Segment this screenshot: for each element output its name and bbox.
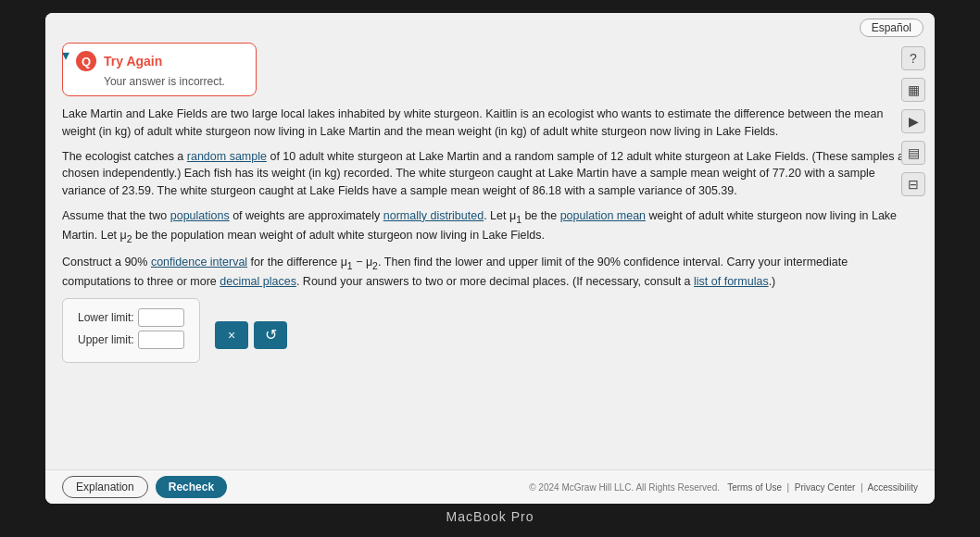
action-buttons: × ↺ [215,321,287,349]
recheck-button[interactable]: Recheck [156,476,227,498]
terms-link[interactable]: Terms of Use [727,482,782,493]
privacy-link[interactable]: Privacy Center [795,482,856,493]
try-again-title: Try Again [104,54,162,69]
lower-limit-label: Lower limit: [78,311,134,324]
paragraph-3: Assume that the two populations of weigh… [62,207,918,246]
try-again-banner: Q Try Again Your answer is incorrect. [62,43,257,96]
input-section: Lower limit: Upper limit: [62,298,200,363]
dropdown-arrow[interactable]: ▾ [62,46,69,64]
accessibility-link[interactable]: Accessibility [868,482,918,493]
content-area: Q Try Again Your answer is incorrect. La… [45,43,935,469]
bottom-left: Explanation Recheck [62,476,227,498]
grid-icon[interactable]: ▦ [901,78,925,102]
upper-limit-input[interactable] [138,331,184,349]
clear-button[interactable]: × [215,321,248,349]
explanation-button[interactable]: Explanation [62,476,148,498]
play-icon[interactable]: ▶ [901,109,925,133]
footer-text: © 2024 McGraw Hill LLC. All Rights Reser… [529,482,918,493]
side-icons-panel: ? ▦ ▶ ▤ ⊟ [901,46,925,196]
lower-limit-input[interactable] [138,308,184,327]
lower-limit-row: Lower limit: [78,308,184,327]
upper-limit-row: Upper limit: [78,331,184,349]
espanol-button[interactable]: Español [860,19,923,37]
bottom-bar: Explanation Recheck © 2024 McGraw Hill L… [45,469,935,504]
top-bar: Español [45,13,935,43]
main-screen: Español ▾ ? ▦ ▶ ▤ ⊟ Q Try Again Your ans… [45,13,935,504]
limits-container: Lower limit: Upper limit: [78,308,184,353]
question-mark-icon[interactable]: ? [901,46,925,70]
paragraph-4: Construct a 90% confidence interval for … [62,254,918,291]
macbook-label: MacBook Pro [446,509,534,524]
grid2-icon[interactable]: ▤ [901,141,925,165]
try-again-header: Q Try Again [76,51,243,71]
redo-button[interactable]: ↺ [254,321,287,349]
try-again-icon: Q [76,51,96,71]
save-icon[interactable]: ⊟ [901,172,925,196]
paragraph-1: Lake Martin and Lake Fields are two larg… [62,106,918,141]
try-again-subtitle: Your answer is incorrect. [104,75,243,88]
paragraph-2: The ecologist catches a random sample of… [62,148,918,200]
upper-limit-label: Upper limit: [78,333,134,346]
